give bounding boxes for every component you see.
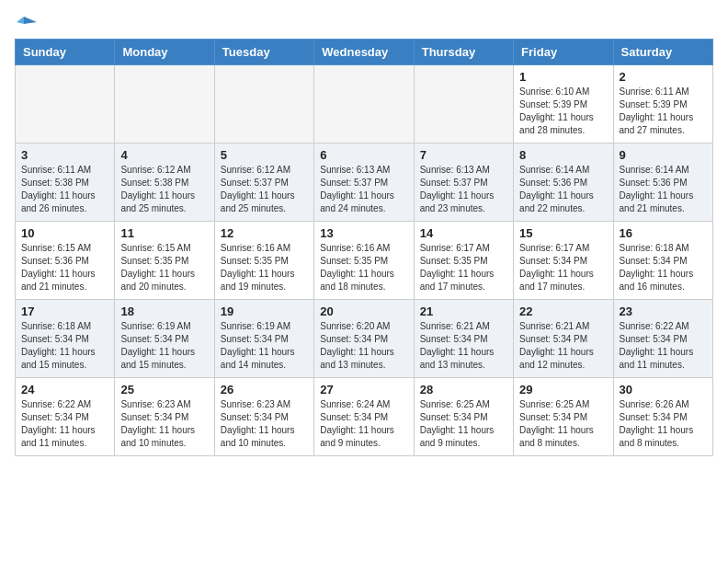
calendar-week-row: 1Sunrise: 6:10 AM Sunset: 5:39 PM Daylig…: [16, 65, 713, 144]
calendar-cell: 1Sunrise: 6:10 AM Sunset: 5:39 PM Daylig…: [514, 65, 613, 144]
day-info: Sunrise: 6:11 AM Sunset: 5:38 PM Dayligh…: [21, 164, 108, 215]
day-info: Sunrise: 6:25 AM Sunset: 5:34 PM Dayligh…: [519, 398, 607, 450]
day-number: 30: [620, 383, 707, 396]
calendar-cell: [214, 65, 313, 144]
calendar-cell: 18Sunrise: 6:19 AM Sunset: 5:34 PM Dayli…: [115, 300, 214, 378]
calendar-cell: 26Sunrise: 6:23 AM Sunset: 5:34 PM Dayli…: [214, 378, 313, 456]
day-number: 9: [620, 148, 707, 162]
day-number: 26: [221, 383, 308, 396]
day-number: 19: [221, 304, 308, 318]
weekday-header-row: SundayMondayTuesdayWednesdayThursdayFrid…: [16, 40, 713, 65]
calendar-cell: 4Sunrise: 6:12 AM Sunset: 5:38 PM Daylig…: [115, 144, 214, 222]
calendar-cell: [115, 65, 214, 144]
day-number: 27: [320, 383, 407, 396]
day-number: 22: [519, 304, 607, 318]
weekday-header-thursday: Thursday: [414, 40, 513, 65]
weekday-header-tuesday: Tuesday: [214, 40, 313, 65]
day-info: Sunrise: 6:19 AM Sunset: 5:34 PM Dayligh…: [120, 320, 208, 372]
day-info: Sunrise: 6:20 AM Sunset: 5:34 PM Dayligh…: [320, 320, 407, 372]
day-info: Sunrise: 6:21 AM Sunset: 5:34 PM Dayligh…: [420, 320, 507, 372]
day-info: Sunrise: 6:16 AM Sunset: 5:35 PM Dayligh…: [221, 242, 308, 293]
calendar-cell: 12Sunrise: 6:16 AM Sunset: 5:35 PM Dayli…: [214, 222, 313, 300]
day-info: Sunrise: 6:16 AM Sunset: 5:35 PM Dayligh…: [320, 242, 407, 293]
day-info: Sunrise: 6:13 AM Sunset: 5:37 PM Dayligh…: [420, 164, 507, 215]
day-info: Sunrise: 6:15 AM Sunset: 5:35 PM Dayligh…: [120, 242, 208, 293]
day-info: Sunrise: 6:23 AM Sunset: 5:34 PM Dayligh…: [120, 398, 208, 450]
calendar-week-row: 17Sunrise: 6:18 AM Sunset: 5:34 PM Dayli…: [16, 300, 713, 378]
calendar-cell: 11Sunrise: 6:15 AM Sunset: 5:35 PM Dayli…: [115, 222, 214, 300]
day-info: Sunrise: 6:22 AM Sunset: 5:34 PM Dayligh…: [21, 398, 108, 450]
calendar-cell: 29Sunrise: 6:25 AM Sunset: 5:34 PM Dayli…: [514, 378, 613, 456]
day-info: Sunrise: 6:14 AM Sunset: 5:36 PM Dayligh…: [519, 164, 607, 215]
day-number: 8: [519, 148, 607, 162]
day-number: 6: [320, 148, 407, 162]
day-number: 1: [519, 70, 607, 84]
day-info: Sunrise: 6:26 AM Sunset: 5:34 PM Dayligh…: [620, 398, 707, 450]
calendar-week-row: 10Sunrise: 6:15 AM Sunset: 5:36 PM Dayli…: [16, 222, 713, 300]
svg-marker-1: [17, 17, 24, 24]
day-number: 12: [221, 226, 308, 240]
weekday-header-wednesday: Wednesday: [314, 40, 414, 65]
day-number: 2: [620, 70, 707, 84]
calendar-cell: 19Sunrise: 6:19 AM Sunset: 5:34 PM Dayli…: [214, 300, 313, 378]
calendar-cell: 9Sunrise: 6:14 AM Sunset: 5:36 PM Daylig…: [613, 144, 712, 222]
day-info: Sunrise: 6:23 AM Sunset: 5:34 PM Dayligh…: [221, 398, 308, 450]
calendar-cell: 16Sunrise: 6:18 AM Sunset: 5:34 PM Dayli…: [613, 222, 712, 300]
day-info: Sunrise: 6:12 AM Sunset: 5:37 PM Dayligh…: [221, 164, 308, 215]
calendar-cell: 25Sunrise: 6:23 AM Sunset: 5:34 PM Dayli…: [115, 378, 214, 456]
calendar-cell: 20Sunrise: 6:20 AM Sunset: 5:34 PM Dayli…: [314, 300, 414, 378]
day-number: 7: [420, 148, 507, 162]
day-number: 24: [21, 383, 108, 396]
day-number: 10: [21, 226, 108, 240]
day-info: Sunrise: 6:22 AM Sunset: 5:34 PM Dayligh…: [620, 320, 707, 372]
day-info: Sunrise: 6:19 AM Sunset: 5:34 PM Dayligh…: [221, 320, 308, 372]
calendar-cell: 15Sunrise: 6:17 AM Sunset: 5:34 PM Dayli…: [514, 222, 613, 300]
day-number: 20: [320, 304, 407, 318]
day-number: 14: [420, 226, 507, 240]
day-info: Sunrise: 6:18 AM Sunset: 5:34 PM Dayligh…: [620, 242, 707, 293]
calendar-week-row: 24Sunrise: 6:22 AM Sunset: 5:34 PM Dayli…: [16, 378, 713, 456]
day-info: Sunrise: 6:18 AM Sunset: 5:34 PM Dayligh…: [21, 320, 108, 372]
day-info: Sunrise: 6:13 AM Sunset: 5:37 PM Dayligh…: [320, 164, 407, 215]
calendar-cell: 7Sunrise: 6:13 AM Sunset: 5:37 PM Daylig…: [414, 144, 513, 222]
day-number: 13: [320, 226, 407, 240]
calendar-cell: 5Sunrise: 6:12 AM Sunset: 5:37 PM Daylig…: [214, 144, 313, 222]
day-info: Sunrise: 6:15 AM Sunset: 5:36 PM Dayligh…: [21, 242, 108, 293]
calendar-cell: 22Sunrise: 6:21 AM Sunset: 5:34 PM Dayli…: [514, 300, 613, 378]
day-info: Sunrise: 6:14 AM Sunset: 5:36 PM Dayligh…: [620, 164, 707, 215]
day-info: Sunrise: 6:11 AM Sunset: 5:39 PM Dayligh…: [620, 86, 707, 137]
weekday-header-monday: Monday: [115, 40, 214, 65]
calendar-cell: 24Sunrise: 6:22 AM Sunset: 5:34 PM Dayli…: [16, 378, 115, 456]
logo-bird-icon: [17, 15, 37, 31]
day-number: 23: [620, 304, 707, 318]
day-number: 16: [620, 226, 707, 240]
calendar-cell: [314, 65, 414, 144]
calendar-cell: 3Sunrise: 6:11 AM Sunset: 5:38 PM Daylig…: [16, 144, 115, 222]
weekday-header-friday: Friday: [514, 40, 613, 65]
page-header: [15, 15, 713, 28]
day-info: Sunrise: 6:10 AM Sunset: 5:39 PM Dayligh…: [519, 86, 607, 137]
day-number: 17: [21, 304, 108, 318]
calendar-table: SundayMondayTuesdayWednesdayThursdayFrid…: [15, 39, 713, 456]
day-number: 18: [120, 304, 208, 318]
day-info: Sunrise: 6:17 AM Sunset: 5:35 PM Dayligh…: [420, 242, 507, 293]
calendar-cell: 30Sunrise: 6:26 AM Sunset: 5:34 PM Dayli…: [613, 378, 712, 456]
calendar-cell: 6Sunrise: 6:13 AM Sunset: 5:37 PM Daylig…: [314, 144, 414, 222]
weekday-header-saturday: Saturday: [613, 40, 712, 65]
calendar-cell: 2Sunrise: 6:11 AM Sunset: 5:39 PM Daylig…: [613, 65, 712, 144]
day-info: Sunrise: 6:25 AM Sunset: 5:34 PM Dayligh…: [420, 398, 507, 450]
day-number: 11: [120, 226, 208, 240]
day-info: Sunrise: 6:21 AM Sunset: 5:34 PM Dayligh…: [519, 320, 607, 372]
calendar-cell: 17Sunrise: 6:18 AM Sunset: 5:34 PM Dayli…: [16, 300, 115, 378]
calendar-cell: 8Sunrise: 6:14 AM Sunset: 5:36 PM Daylig…: [514, 144, 613, 222]
day-number: 29: [519, 383, 607, 396]
calendar-cell: 10Sunrise: 6:15 AM Sunset: 5:36 PM Dayli…: [16, 222, 115, 300]
calendar-cell: [414, 65, 513, 144]
day-number: 28: [420, 383, 507, 396]
weekday-header-sunday: Sunday: [16, 40, 115, 65]
calendar-cell: 23Sunrise: 6:22 AM Sunset: 5:34 PM Dayli…: [613, 300, 712, 378]
day-info: Sunrise: 6:12 AM Sunset: 5:38 PM Dayligh…: [120, 164, 208, 215]
day-number: 4: [120, 148, 208, 162]
logo: [15, 15, 37, 28]
day-number: 3: [21, 148, 108, 162]
